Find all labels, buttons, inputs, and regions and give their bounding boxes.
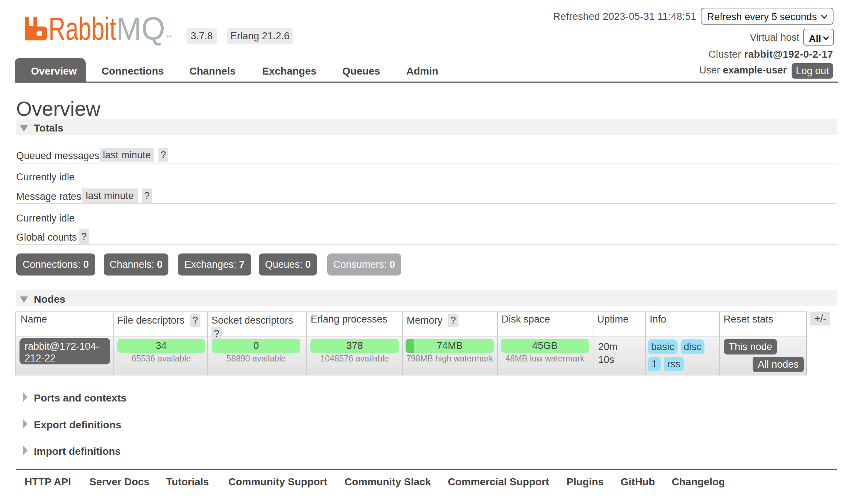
svg-text:Rabbit: Rabbit: [49, 11, 116, 46]
svg-text:MQ: MQ: [116, 11, 165, 46]
svg-text:TM: TM: [166, 35, 171, 39]
